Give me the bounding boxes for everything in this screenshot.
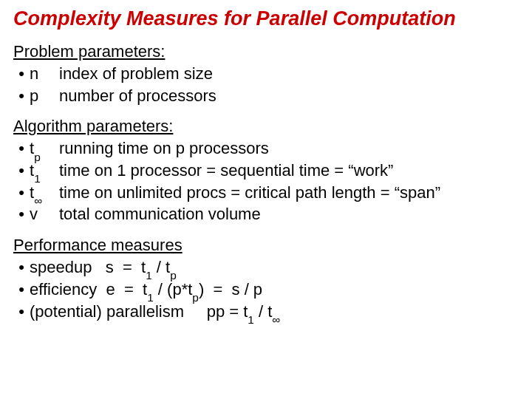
list-item: • efficiency e = t1 / (p*tp) = s / p xyxy=(13,279,519,301)
bullet-icon: • xyxy=(13,279,30,301)
algorithm-bullets: • tp running time on p processors • t1 t… xyxy=(13,137,519,225)
param-symbol: t∞ xyxy=(30,182,59,204)
bullet-icon: • xyxy=(13,63,30,85)
text-sub: 1 xyxy=(147,291,154,304)
text-fragment: speedup s = t xyxy=(30,258,146,276)
list-item: • v total communication volume xyxy=(13,203,519,225)
param-desc: number of processors xyxy=(59,85,519,107)
bullet-icon: • xyxy=(13,301,30,323)
text-fragment: / (p*t xyxy=(154,280,193,299)
text-fragment: / t xyxy=(152,258,170,276)
bullet-icon: • xyxy=(13,160,30,182)
bullet-icon: • xyxy=(13,256,30,279)
text-fragment: efficiency e = t xyxy=(30,280,147,299)
slide-title: Complexity Measures for Parallel Computa… xyxy=(13,7,519,30)
param-desc: time on unlimited procs = critical path … xyxy=(59,182,519,204)
problem-bullets: • n index of problem size • p number of … xyxy=(13,63,519,106)
section-heading-algorithm: Algorithm parameters: xyxy=(13,117,519,136)
section-heading-performance: Performance measures xyxy=(13,236,519,255)
param-sub: 1 xyxy=(34,172,41,185)
param-sub: ∞ xyxy=(34,194,42,207)
list-item: • (potential) parallelism pp = t1 / t∞ xyxy=(13,301,519,323)
list-item: • p number of processors xyxy=(13,85,519,107)
measure-text: (potential) parallelism pp = t1 / t∞ xyxy=(30,301,280,323)
text-fragment: (potential) parallelism pp = t xyxy=(30,302,248,321)
list-item: • n index of problem size xyxy=(13,63,519,85)
list-item: • t∞ time on unlimited procs = critical … xyxy=(13,182,519,204)
param-desc: index of problem size xyxy=(59,63,519,85)
measure-text: efficiency e = t1 / (p*tp) = s / p xyxy=(30,279,262,301)
bullet-icon: • xyxy=(13,203,30,225)
text-fragment: ) = s / p xyxy=(199,280,262,299)
param-symbol: n xyxy=(30,63,59,85)
bullet-icon: • xyxy=(13,137,30,160)
param-desc: running time on p processors xyxy=(59,137,519,160)
param-sub: p xyxy=(34,151,41,163)
param-symbol: p xyxy=(30,85,59,107)
measure-text: speedup s = t1 / tp xyxy=(30,256,177,279)
param-desc: total communication volume xyxy=(59,203,519,225)
param-symbol: tp xyxy=(30,137,59,160)
list-item: • t1 time on 1 processor = sequential ti… xyxy=(13,160,519,182)
section-heading-problem: Problem parameters: xyxy=(13,42,519,61)
param-desc: time on 1 processor = sequential time = … xyxy=(59,160,519,182)
slide: Complexity Measures for Parallel Computa… xyxy=(0,0,532,399)
performance-bullets: • speedup s = t1 / tp • efficiency e = t… xyxy=(13,256,519,322)
text-sub: p xyxy=(170,269,177,282)
bullet-icon: • xyxy=(13,182,30,204)
list-item: • speedup s = t1 / tp xyxy=(13,256,519,279)
text-sub: ∞ xyxy=(272,313,280,326)
bullet-icon: • xyxy=(13,85,30,107)
text-sub: 1 xyxy=(146,269,152,282)
text-sub: p xyxy=(192,291,199,304)
list-item: • tp running time on p processors xyxy=(13,137,519,160)
text-fragment: / t xyxy=(254,302,272,321)
text-sub: 1 xyxy=(248,313,254,326)
